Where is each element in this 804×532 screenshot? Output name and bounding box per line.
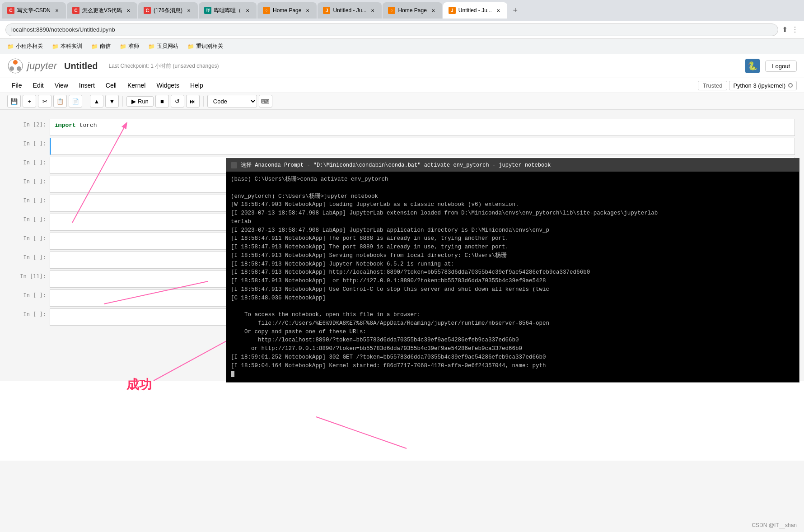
svg-text:🐍: 🐍 (748, 61, 758, 71)
browser-tab-3[interactable]: C (176条消息) ✕ (138, 2, 198, 19)
cell-code-1[interactable]: import torch (50, 119, 795, 135)
terminal-icon (231, 162, 237, 168)
browser-tab-5[interactable]: ○ Home Page ✕ (257, 2, 317, 19)
cell-content-2[interactable] (50, 138, 795, 155)
paste-button[interactable]: 📄 (69, 95, 82, 107)
terminal-line-4: [I 2023-07-13 18:58:47.908 LabApp] Jupyt… (231, 209, 795, 218)
bookmark-item-5[interactable]: 📁 玉员网站 (145, 42, 182, 51)
terminal-line-2: (env_pytorch) C:\Users\杨珊>jupyter notebo… (231, 192, 795, 201)
tab-label-3: (176条消息) (154, 7, 182, 14)
menu-edit[interactable]: Edit (28, 80, 48, 91)
success-annotation: 成功 (126, 376, 152, 393)
terminal-line-10: [I 18:58:47.913 NotebookApp] Jupyter Not… (231, 260, 795, 269)
browser-tab-6[interactable]: J Untitled - Ju... ✕ (318, 2, 382, 19)
menu-kernel[interactable]: Kernel (123, 80, 150, 91)
code-torch: torch (79, 122, 97, 129)
terminal-line-19: http://localhost:8890/?token=bb55783d6dd… (231, 336, 795, 345)
tab-favicon-2: C (72, 7, 79, 14)
menu-widgets[interactable]: Widgets (152, 80, 184, 91)
tab-close-1[interactable]: ✕ (53, 7, 61, 14)
terminal-line-3: [W 18:58:47.903 NotebookApp] Loading Jup… (231, 201, 795, 209)
keyboard-shortcuts-button[interactable]: ⌨ (259, 95, 272, 107)
terminal-line-14: [C 18:58:48.036 NotebookApp] (231, 294, 795, 303)
menu-file[interactable]: File (7, 80, 27, 91)
terminal-body[interactable]: (base) C:\Users\杨珊>conda activate env_py… (226, 172, 799, 382)
menu-insert[interactable]: Insert (75, 80, 99, 91)
menu-view[interactable]: View (50, 80, 73, 91)
toolbar-separator-3 (203, 96, 204, 107)
cell-wrapper-2: In [ ]: (9, 138, 795, 155)
tab-favicon-7: ○ (388, 7, 395, 14)
kernel-status-circle (788, 83, 793, 88)
browser-tab-2[interactable]: C 怎么更改VS代码 ✕ (67, 2, 137, 19)
bookmark-item-6[interactable]: 📁 重识别相关 (184, 42, 227, 51)
bookmarks-bar: 📁 小程序相关 📁 本科实训 📁 南信 📁 准师 📁 玉员网站 📁 重识别相关 (0, 39, 804, 54)
tab-label-2: 怎么更改VS代码 (82, 7, 122, 14)
stop-button[interactable]: ■ (155, 95, 169, 107)
terminal-line-22: [I 18:59:04.164 NotebookApp] Kernel star… (231, 362, 795, 370)
cut-button[interactable]: ✂ (38, 95, 51, 107)
bookmark-item-2[interactable]: 📁 本科实训 (48, 42, 86, 51)
kernel-indicator[interactable]: Python 3 (ipykernel) (729, 81, 797, 90)
bookmark-item-3[interactable]: 📁 南信 (88, 42, 114, 51)
share-icon: ⬆ (782, 25, 788, 34)
notebook-name[interactable]: Untitled (64, 61, 98, 71)
tab-close-4[interactable]: ✕ (244, 7, 251, 14)
address-input[interactable] (5, 23, 778, 36)
svg-point-1 (13, 60, 18, 65)
move-down-button[interactable]: ▼ (105, 95, 119, 107)
menu-cell[interactable]: Cell (101, 80, 121, 91)
logout-button[interactable]: Logout (765, 61, 797, 72)
tab-label-8: Untitled - Ju... (458, 7, 492, 14)
move-up-button[interactable]: ▲ (90, 95, 103, 107)
tab-close-6[interactable]: ✕ (369, 7, 376, 14)
tab-close-2[interactable]: ✕ (125, 7, 132, 14)
terminal-line-7: [I 18:58:47.911 NotebookApp] The port 88… (231, 234, 795, 243)
fast-forward-button[interactable]: ⏭ (186, 95, 200, 107)
new-tab-button[interactable]: + (508, 3, 523, 18)
copy-button[interactable]: 📋 (53, 95, 67, 107)
terminal-line-0: (base) C:\Users\杨珊>conda activate env_py… (231, 175, 795, 184)
terminal-line-15 (231, 302, 795, 311)
terminal-titlebar: 选择 Anaconda Prompt - "D:\Miniconda\conda… (226, 159, 799, 172)
menu-help[interactable]: Help (186, 80, 208, 91)
tab-favicon-5: ○ (263, 7, 270, 14)
tab-favicon-8: J (449, 7, 456, 14)
browser-tab-8[interactable]: J Untitled - Ju... ✕ (443, 2, 507, 19)
add-cell-button[interactable]: + (23, 95, 36, 107)
tab-close-8[interactable]: ✕ (495, 7, 502, 14)
tab-label-5: Home Page (273, 7, 301, 14)
browser-tab-4[interactable]: 哔 哔哩哔哩（ ✕ (199, 2, 257, 19)
bookmark-item-4[interactable]: 📁 准师 (116, 42, 143, 51)
terminal-line-18: Or copy and paste one of these URLs: (231, 328, 795, 336)
tab-close-5[interactable]: ✕ (304, 7, 311, 14)
terminal-line-8: [I 18:58:47.913 NotebookApp] The port 88… (231, 243, 795, 252)
browser-tab-7[interactable]: ○ Home Page ✕ (383, 2, 442, 19)
terminal-line-1 (231, 184, 795, 192)
trusted-badge[interactable]: Trusted (698, 81, 728, 90)
cell-content-1[interactable]: import torch (50, 119, 795, 136)
terminal-line-17: file:///C:/Users/%E6%9D%A8%E7%8F%8A/AppD… (231, 319, 795, 328)
menu-icon: ⋮ (791, 25, 799, 34)
terminal-line-11: [I 18:58:47.913 NotebookApp] http://loca… (231, 268, 795, 277)
cell-code-2[interactable] (51, 138, 795, 154)
cell-label-6: In [ ]: (9, 214, 50, 231)
watermark: CSDN @IT__shan (752, 522, 797, 528)
tab-close-3[interactable]: ✕ (185, 7, 192, 14)
kernel-label: Python 3 (ipykernel) (733, 82, 785, 89)
restart-button[interactable]: ↺ (171, 95, 184, 107)
cell-label-2: In [ ]: (9, 138, 50, 155)
run-button[interactable]: ▶ Run (126, 96, 154, 107)
address-bar: ⬆ ⋮ (0, 21, 804, 39)
browser-tab-1[interactable]: C 写文章-CSDN ✕ (2, 2, 66, 19)
cell-label-9: In [11]: (9, 271, 50, 288)
tab-label-4: 哔哩哔哩（ (214, 7, 241, 14)
svg-line-9 (316, 417, 407, 448)
tab-close-7[interactable]: ✕ (430, 7, 437, 14)
terminal-line-21: [I 18:59:01.252 NotebookApp] 302 GET /?t… (231, 353, 795, 362)
save-button[interactable]: 💾 (7, 95, 21, 107)
cell-wrapper-1: In [2]: import torch (9, 119, 795, 136)
bookmark-item-1[interactable]: 📁 小程序相关 (4, 42, 47, 51)
cell-type-select[interactable]: Code Markdown Raw (207, 95, 257, 107)
toolbar-separator-2 (122, 96, 123, 107)
